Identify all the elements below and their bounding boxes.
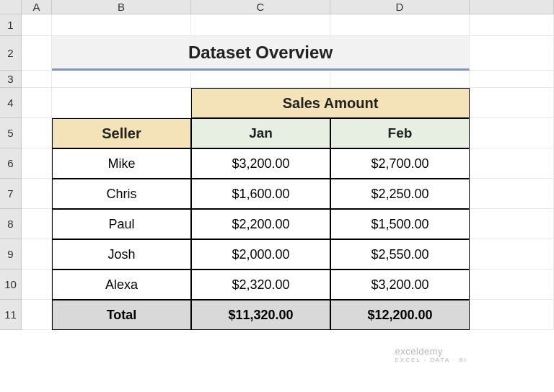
row-header-2[interactable]: 2	[0, 36, 22, 71]
seller-header[interactable]: Seller	[52, 118, 191, 148]
cell[interactable]	[330, 14, 470, 36]
jan-cell[interactable]: $2,320.00	[191, 270, 330, 300]
cell[interactable]	[52, 14, 191, 36]
row-header-8[interactable]: 8	[0, 209, 22, 239]
cell[interactable]	[470, 118, 554, 148]
cell[interactable]	[22, 14, 52, 36]
cell[interactable]	[470, 148, 554, 179]
row-header-6[interactable]: 6	[0, 148, 22, 179]
feb-cell[interactable]: $1,500.00	[330, 209, 470, 239]
col-header-c[interactable]: C	[191, 0, 330, 14]
cell[interactable]	[52, 88, 191, 118]
cell[interactable]	[22, 300, 52, 330]
cell[interactable]	[470, 300, 554, 330]
seller-cell[interactable]: Chris	[52, 179, 191, 209]
total-feb[interactable]: $12,200.00	[330, 300, 470, 330]
col-header-blank[interactable]	[470, 0, 554, 14]
cell[interactable]	[22, 148, 52, 179]
seller-cell[interactable]: Mike	[52, 148, 191, 179]
seller-cell[interactable]: Josh	[52, 239, 191, 270]
cell[interactable]	[191, 14, 330, 36]
jan-cell[interactable]: $3,200.00	[191, 148, 330, 179]
row-header-11[interactable]: 11	[0, 300, 22, 330]
cell[interactable]	[470, 179, 554, 209]
col-header-d[interactable]: D	[330, 0, 470, 14]
spreadsheet-grid: A B C D 1 2 3 4 5 6 7 8 9 10 11 Dataset …	[0, 0, 554, 330]
select-all-corner[interactable]	[0, 0, 22, 14]
cell[interactable]	[22, 209, 52, 239]
cell[interactable]	[470, 239, 554, 270]
cell[interactable]	[470, 71, 554, 88]
jan-cell[interactable]: $1,600.00	[191, 179, 330, 209]
row-header-4[interactable]: 4	[0, 88, 22, 118]
row-header-5[interactable]: 5	[0, 118, 22, 148]
cell[interactable]	[22, 71, 52, 88]
row-header-3[interactable]: 3	[0, 71, 22, 88]
seller-cell[interactable]: Alexa	[52, 270, 191, 300]
sales-amount-header[interactable]: Sales Amount	[191, 88, 470, 118]
feb-cell[interactable]: $2,550.00	[330, 239, 470, 270]
cell[interactable]	[22, 270, 52, 300]
row-header-1[interactable]: 1	[0, 14, 22, 36]
cell[interactable]	[22, 239, 52, 270]
cell[interactable]	[191, 71, 330, 88]
cell[interactable]	[22, 179, 52, 209]
jan-cell[interactable]: $2,000.00	[191, 239, 330, 270]
cell[interactable]	[330, 71, 470, 88]
cell[interactable]	[470, 14, 554, 36]
watermark-main: exceldemy	[395, 346, 467, 357]
cell[interactable]	[22, 118, 52, 148]
cell[interactable]	[470, 36, 554, 71]
feb-header[interactable]: Feb	[330, 118, 470, 148]
col-header-a[interactable]: A	[22, 0, 52, 14]
row-header-7[interactable]: 7	[0, 179, 22, 209]
col-header-b[interactable]: B	[52, 0, 191, 14]
cell[interactable]	[52, 71, 191, 88]
watermark: exceldemy EXCEL · DATA · BI	[395, 346, 467, 363]
cell[interactable]	[470, 270, 554, 300]
watermark-sub: EXCEL · DATA · BI	[395, 357, 467, 363]
row-header-9[interactable]: 9	[0, 239, 22, 270]
total-label[interactable]: Total	[52, 300, 191, 330]
feb-cell[interactable]: $3,200.00	[330, 270, 470, 300]
total-jan[interactable]: $11,320.00	[191, 300, 330, 330]
cell[interactable]	[470, 88, 554, 118]
row-header-10[interactable]: 10	[0, 270, 22, 300]
feb-cell[interactable]: $2,700.00	[330, 148, 470, 179]
cell[interactable]	[22, 88, 52, 118]
feb-cell[interactable]: $2,250.00	[330, 179, 470, 209]
cell[interactable]	[470, 209, 554, 239]
cell[interactable]	[22, 36, 52, 71]
seller-cell[interactable]: Paul	[52, 209, 191, 239]
jan-header[interactable]: Jan	[191, 118, 330, 148]
jan-cell[interactable]: $2,200.00	[191, 209, 330, 239]
title-cell[interactable]: Dataset Overview	[52, 36, 470, 71]
